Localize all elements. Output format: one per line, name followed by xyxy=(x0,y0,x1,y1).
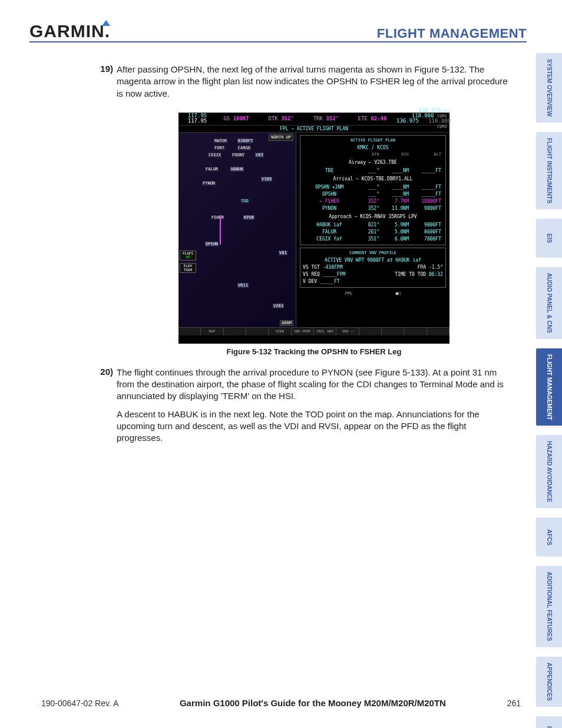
vnv-profile-box: CURRENT VNV PROFILE ACTIVE VNV WPT 9000F… xyxy=(300,248,446,288)
doc-revision: 190-00647-02 Rev. A xyxy=(41,699,118,708)
wp-alt6368: 6368FT xyxy=(237,139,253,143)
wp-cargo: CARGO xyxy=(237,146,251,150)
wp-opshn: OPSHN xyxy=(205,242,219,246)
fpl-route: KMKC / KCOS xyxy=(303,144,443,151)
tab-hazard-avoidance[interactable]: HAZARD AVOIDANCE xyxy=(536,435,562,508)
gs-value: 160KT xyxy=(233,116,249,121)
step-19-text: After passing OPSHN, the next leg of the… xyxy=(117,64,511,100)
wp-fount: FOUNT xyxy=(232,153,245,157)
wp-habuk: HABUK xyxy=(230,167,244,172)
fpl-row: FALUR261°5.0NM8600FT xyxy=(303,229,443,236)
figure-caption: Figure 5-132 Tracking the OPSHN to FSHER… xyxy=(117,347,511,356)
softkey-view[interactable]: VIEW xyxy=(269,328,291,335)
tab-flight-instruments[interactable]: FLIGHT INSTRUMENTS xyxy=(536,132,562,209)
flight-plan-pane: ACTIVE FLIGHT PLAN KMKC / KCOS DTK DIS A… xyxy=(296,133,449,327)
wp-falur: FALUR xyxy=(205,167,219,172)
col-dtk: DTK xyxy=(356,151,379,158)
softkey-cncl-vnv[interactable]: CNCL VNV xyxy=(314,328,336,335)
fpl-section-label: Arrival – KCOS-TBE.DBRY1.ALL xyxy=(303,176,443,183)
fpl-row: HABUK iaf021°5.9NM9000FT xyxy=(303,222,443,229)
tab-flight-management[interactable]: FLIGHT MANAGEMENT xyxy=(536,348,562,426)
softkey-map[interactable]: MAP xyxy=(201,328,223,335)
g1000-topbar: 117.95 117.95 GS 160KT DTK 352° TRK 352°… xyxy=(178,113,449,126)
dtk-value: 352° xyxy=(281,116,294,121)
airway-label: Airway – V263.TBE xyxy=(303,159,443,166)
wp-kpub: KPUB xyxy=(243,215,254,220)
softkey-12[interactable] xyxy=(427,328,449,335)
softkey-vnv-d[interactable]: VNV → xyxy=(336,328,359,335)
figure-5-132: 117.95 117.95 GS 160KT DTK 352° TRK 352°… xyxy=(117,113,511,356)
col-alt: ALT xyxy=(409,151,441,158)
softkey-10[interactable] xyxy=(382,328,404,335)
ete-value: 02:48 xyxy=(371,116,386,121)
ete-label: ETE xyxy=(358,116,368,121)
softkey-11[interactable] xyxy=(404,328,427,335)
vnv-row-2: VS REQ _____FPM TIME TO TOD 06:32 xyxy=(303,271,443,278)
tab-appendices[interactable]: APPENDICES xyxy=(536,657,562,707)
ttt-value: 06:32 xyxy=(429,272,443,277)
tab-eis[interactable]: EIS xyxy=(536,219,562,258)
vstgt-value: -438FPM xyxy=(323,265,343,270)
vdev-value: _____FT xyxy=(320,279,340,284)
map-range: 88NM xyxy=(280,320,293,326)
softkey-1[interactable] xyxy=(178,328,201,335)
step-body: The flight continues through the arrival… xyxy=(117,367,511,450)
wp-v81: V81 xyxy=(279,251,287,255)
vstgt-label: VS TGT xyxy=(303,265,320,270)
fpl-rows: TBE___°____NM_____FTArrival – KCOS-TBE.D… xyxy=(303,167,443,243)
trk-value: 352° xyxy=(326,116,339,121)
step-20: 20) The flight continues through the arr… xyxy=(99,367,511,450)
vsreq-label: VS REQ xyxy=(303,272,320,277)
fpl-row: OPSHN +3NM___°____NM_____FT xyxy=(303,184,443,191)
page-header: GARMIN. FLIGHT MANAGEMENT xyxy=(29,15,527,42)
step-20-p1: The flight continues through the arrival… xyxy=(117,367,511,403)
wp-v611: V611 xyxy=(237,283,249,288)
wp-rw35r: RW35R xyxy=(214,139,227,143)
com-frequencies: 136.975 ↔ 118.000 COM1 136.975 118.000 C… xyxy=(396,108,449,129)
fpl-group-label: FPL xyxy=(345,291,353,297)
wp-v389: V389 xyxy=(261,177,272,182)
fpl-box-title: ACTIVE FLIGHT PLAN xyxy=(303,137,443,144)
fpl-row: → FSHER352°7.7NM10000FT xyxy=(303,198,443,205)
fpl-row: OPSHN___°____NM_____FT xyxy=(303,191,443,198)
page-number: 261 xyxy=(507,699,521,708)
wp-fort: FORT xyxy=(214,146,225,150)
step-20-p2: A descent to HABUK is in the next leg. N… xyxy=(117,409,511,444)
softkey-vnv-prof[interactable]: VNV PROF xyxy=(292,328,314,335)
active-fpl-box: ACTIVE FLIGHT PLAN KMKC / KCOS DTK DIS A… xyxy=(300,135,446,245)
dtk-label: DTK xyxy=(269,116,278,121)
page-group-bar: FPL ■□ xyxy=(300,290,446,297)
tab-system-overview[interactable]: SYSTEM OVERVIEW xyxy=(536,53,562,123)
flight-data-bar: GS 160KT DTK 352° TRK 352° ETE 02:48 xyxy=(214,116,396,121)
garmin-logo: GARMIN. xyxy=(29,21,110,41)
tab-audio-panel-cns[interactable]: AUDIO PANEL & CNS xyxy=(536,267,562,339)
com2-standby: 118.000 xyxy=(428,118,451,124)
vdev-label: V DEV xyxy=(303,279,317,284)
north-up-label: NORTH UP xyxy=(269,134,293,141)
logo-triangle-icon xyxy=(102,20,110,26)
logo-text: GARMIN xyxy=(29,21,105,41)
softkey-9[interactable] xyxy=(359,328,382,335)
nav-frequencies: 117.95 117.95 xyxy=(178,113,214,124)
g1000-main: NORTH UP RW35R 6368FT CARGO FORT CEGIX F… xyxy=(178,133,449,327)
step-number: 20) xyxy=(99,367,117,450)
fpl-row: TBE___°____NM_____FT xyxy=(303,167,443,174)
tab-index[interactable]: INDEX xyxy=(536,716,562,728)
tab-additional-features[interactable]: ADDITIONAL FEATURES xyxy=(536,566,562,647)
vnv-row-3: V DEV _____FT xyxy=(303,278,443,285)
page-content: 19) After passing OPSHN, the next leg of… xyxy=(99,64,511,457)
step-19: 19) After passing OPSHN, the next leg of… xyxy=(99,64,511,106)
fpl-section-label: Approach – KCOS-RNAV 35RGPS LPV xyxy=(303,213,443,220)
softkey-4[interactable] xyxy=(246,328,269,335)
step-number: 19) xyxy=(99,64,117,106)
map-pane: NORTH UP RW35R 6368FT CARGO FORT CEGIX F… xyxy=(178,133,296,327)
fpl-row: CEGIX faf351°6.0NM7800FT xyxy=(303,236,443,243)
softkey-3[interactable] xyxy=(224,328,246,335)
tab-afcs[interactable]: AFCS xyxy=(536,518,562,556)
softkey-bar: MAP VIEW VNV PROF CNCL VNV VNV → xyxy=(178,327,449,335)
left-indicator-strip: FLAPS UP ELEV TRIM xyxy=(180,251,196,275)
fpl-header-row: DTK DIS ALT xyxy=(303,151,443,158)
vnv-row-1: VS TGT -438FPM FPA -1.5° xyxy=(303,264,443,271)
com2-active: 136.975 xyxy=(396,118,419,124)
magenta-leg-icon xyxy=(220,215,221,245)
